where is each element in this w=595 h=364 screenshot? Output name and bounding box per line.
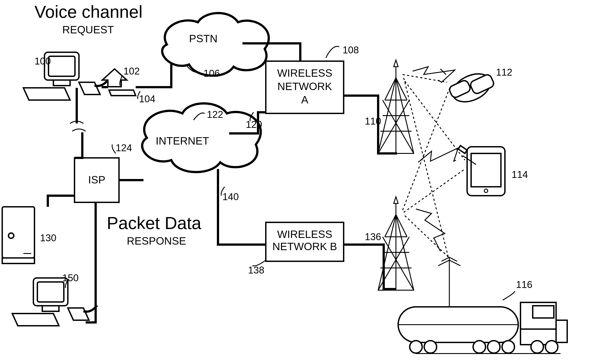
ref-150: 150 bbox=[62, 272, 78, 283]
ref-106: 106 bbox=[204, 68, 220, 79]
pda-icon bbox=[458, 146, 505, 196]
wnb-l1: WIRELESS bbox=[277, 228, 332, 240]
pc-150 bbox=[12, 278, 97, 326]
isp-to-pc150 bbox=[86, 202, 96, 322]
wna-l3: A bbox=[301, 94, 308, 106]
ref-120: 120 bbox=[246, 119, 262, 130]
modem-to-pstn bbox=[136, 63, 171, 87]
internet-to-wnb bbox=[218, 169, 266, 245]
svg-line-51 bbox=[403, 89, 449, 210]
svg-line-24 bbox=[385, 215, 396, 237]
svg-line-25 bbox=[396, 215, 407, 237]
ref-110: 110 bbox=[365, 116, 381, 126]
svg-point-45 bbox=[545, 341, 558, 353]
title-response: RESPONSE bbox=[127, 235, 186, 247]
isp-label: ISP bbox=[88, 174, 105, 186]
svg-point-43 bbox=[502, 341, 515, 353]
svg-point-5 bbox=[8, 233, 14, 238]
svg-point-40 bbox=[424, 341, 437, 353]
ref-116: 116 bbox=[516, 279, 532, 290]
title-request: REQUEST bbox=[62, 24, 114, 35]
ref-130: 130 bbox=[40, 232, 56, 243]
wna-l2: NETWORK bbox=[277, 80, 332, 92]
title-voice-channel: Voice channel bbox=[35, 2, 142, 21]
pc100-to-isp-seg2 bbox=[75, 132, 82, 158]
pstn-label: PSTN bbox=[189, 33, 218, 44]
server-130 bbox=[2, 207, 35, 264]
svg-point-39 bbox=[410, 341, 422, 353]
svg-point-44 bbox=[531, 341, 543, 353]
flip-phone-icon bbox=[440, 68, 495, 107]
wnb-l2: NETWORK B bbox=[272, 241, 337, 252]
wave-b-up bbox=[416, 209, 445, 251]
ref-136: 136 bbox=[365, 231, 381, 242]
svg-line-52 bbox=[404, 169, 465, 212]
svg-line-49 bbox=[404, 78, 448, 257]
internet-label: INTERNET bbox=[156, 135, 209, 147]
svg-line-14 bbox=[378, 100, 409, 154]
svg-rect-1 bbox=[49, 56, 75, 76]
svg-line-16 bbox=[385, 78, 396, 100]
svg-line-15 bbox=[382, 100, 414, 154]
ref-100: 100 bbox=[35, 56, 51, 66]
ref-124: 124 bbox=[116, 142, 132, 153]
ref-112: 112 bbox=[496, 67, 512, 77]
svg-rect-9 bbox=[42, 306, 59, 311]
svg-rect-8 bbox=[37, 282, 64, 302]
isp-to-server bbox=[48, 196, 75, 207]
ref-140: 140 bbox=[222, 191, 239, 202]
svg-rect-3 bbox=[2, 207, 35, 258]
ref-138: 138 bbox=[248, 265, 264, 275]
cell-tower-a bbox=[378, 60, 414, 154]
svg-rect-35 bbox=[533, 306, 554, 318]
svg-rect-31 bbox=[471, 154, 501, 187]
svg-rect-2 bbox=[53, 80, 70, 86]
ref-102: 102 bbox=[123, 66, 140, 77]
wna-l1: WIRELESS bbox=[277, 67, 332, 79]
svg-point-42 bbox=[488, 341, 500, 353]
ref-108: 108 bbox=[343, 44, 359, 55]
ref-122: 122 bbox=[207, 109, 223, 120]
svg-point-41 bbox=[473, 341, 486, 353]
svg-rect-36 bbox=[556, 320, 567, 343]
truck-icon bbox=[398, 257, 567, 354]
wnb-to-tower bbox=[344, 245, 396, 289]
ref-114: 114 bbox=[512, 169, 528, 180]
title-packet-data: Packet Data bbox=[107, 213, 202, 233]
svg-rect-4 bbox=[2, 258, 35, 264]
svg-line-23 bbox=[382, 237, 414, 290]
ref-104: 104 bbox=[139, 93, 155, 104]
